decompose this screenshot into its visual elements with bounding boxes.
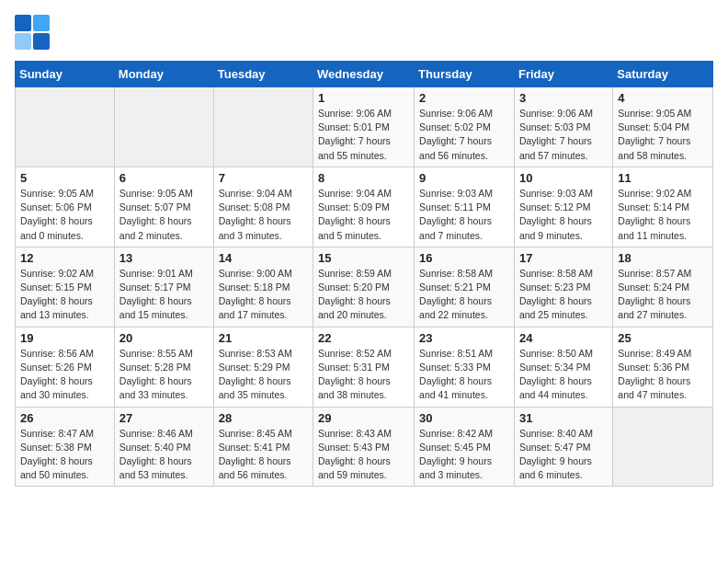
day-info: Sunrise: 9:05 AM Sunset: 5:07 PM Dayligh… — [119, 187, 209, 243]
day-info: Sunrise: 9:05 AM Sunset: 5:06 PM Dayligh… — [20, 187, 109, 243]
calendar-cell: 3Sunrise: 9:06 AM Sunset: 5:03 PM Daylig… — [514, 87, 612, 167]
calendar-cell: 20Sunrise: 8:55 AM Sunset: 5:28 PM Dayli… — [114, 327, 213, 407]
day-number: 26 — [20, 411, 109, 425]
day-number: 10 — [519, 171, 608, 185]
calendar-cell: 28Sunrise: 8:45 AM Sunset: 5:41 PM Dayli… — [213, 407, 313, 487]
day-number: 28 — [219, 411, 308, 425]
calendar-cell: 10Sunrise: 9:03 AM Sunset: 5:12 PM Dayli… — [514, 167, 612, 247]
calendar-cell: 2Sunrise: 9:06 AM Sunset: 5:02 PM Daylig… — [415, 87, 515, 167]
page-header — [15, 15, 713, 50]
day-info: Sunrise: 8:49 AM Sunset: 5:36 PM Dayligh… — [618, 347, 708, 403]
day-number: 7 — [219, 171, 308, 185]
day-number: 19 — [20, 331, 109, 345]
calendar-cell: 26Sunrise: 8:47 AM Sunset: 5:38 PM Dayli… — [16, 407, 115, 487]
day-info: Sunrise: 8:43 AM Sunset: 5:43 PM Dayligh… — [318, 427, 409, 483]
day-info: Sunrise: 9:06 AM Sunset: 5:01 PM Dayligh… — [318, 107, 409, 163]
calendar-cell: 29Sunrise: 8:43 AM Sunset: 5:43 PM Dayli… — [313, 407, 415, 487]
day-info: Sunrise: 9:06 AM Sunset: 5:03 PM Dayligh… — [519, 107, 608, 163]
calendar-cell: 27Sunrise: 8:46 AM Sunset: 5:40 PM Dayli… — [114, 407, 213, 487]
day-info: Sunrise: 8:47 AM Sunset: 5:38 PM Dayligh… — [20, 427, 109, 483]
day-number: 31 — [519, 411, 608, 425]
calendar-cell: 25Sunrise: 8:49 AM Sunset: 5:36 PM Dayli… — [613, 327, 713, 407]
weekday-monday: Monday — [114, 62, 213, 87]
calendar-cell: 13Sunrise: 9:01 AM Sunset: 5:17 PM Dayli… — [114, 247, 213, 327]
calendar-cell: 12Sunrise: 9:02 AM Sunset: 5:15 PM Dayli… — [16, 247, 115, 327]
logo-icon — [15, 15, 50, 50]
day-number: 22 — [318, 331, 409, 345]
day-number: 5 — [20, 171, 109, 185]
calendar-body: 1Sunrise: 9:06 AM Sunset: 5:01 PM Daylig… — [16, 87, 713, 487]
day-number: 14 — [219, 251, 308, 265]
day-info: Sunrise: 9:01 AM Sunset: 5:17 PM Dayligh… — [119, 267, 209, 323]
day-number: 6 — [119, 171, 209, 185]
day-info: Sunrise: 8:40 AM Sunset: 5:47 PM Dayligh… — [519, 427, 608, 483]
calendar-week-3: 12Sunrise: 9:02 AM Sunset: 5:15 PM Dayli… — [16, 247, 713, 327]
day-number: 2 — [419, 91, 509, 105]
calendar-cell: 8Sunrise: 9:04 AM Sunset: 5:09 PM Daylig… — [313, 167, 415, 247]
day-info: Sunrise: 9:05 AM Sunset: 5:04 PM Dayligh… — [618, 107, 708, 163]
weekday-saturday: Saturday — [613, 62, 713, 87]
day-info: Sunrise: 9:00 AM Sunset: 5:18 PM Dayligh… — [219, 267, 308, 323]
day-info: Sunrise: 8:51 AM Sunset: 5:33 PM Dayligh… — [419, 347, 509, 403]
weekday-friday: Friday — [514, 62, 612, 87]
day-info: Sunrise: 9:03 AM Sunset: 5:12 PM Dayligh… — [519, 187, 608, 243]
day-number: 27 — [119, 411, 209, 425]
calendar-week-5: 26Sunrise: 8:47 AM Sunset: 5:38 PM Dayli… — [16, 407, 713, 487]
calendar-cell: 17Sunrise: 8:58 AM Sunset: 5:23 PM Dayli… — [514, 247, 612, 327]
calendar-week-4: 19Sunrise: 8:56 AM Sunset: 5:26 PM Dayli… — [16, 327, 713, 407]
day-number: 18 — [618, 251, 708, 265]
day-number: 21 — [219, 331, 308, 345]
calendar-cell: 15Sunrise: 8:59 AM Sunset: 5:20 PM Dayli… — [313, 247, 415, 327]
weekday-thursday: Thursday — [415, 62, 515, 87]
day-number: 4 — [618, 91, 708, 105]
day-info: Sunrise: 9:04 AM Sunset: 5:09 PM Dayligh… — [318, 187, 409, 243]
day-number: 20 — [119, 331, 209, 345]
day-number: 15 — [318, 251, 409, 265]
calendar-cell: 24Sunrise: 8:50 AM Sunset: 5:34 PM Dayli… — [514, 327, 612, 407]
calendar-cell: 6Sunrise: 9:05 AM Sunset: 5:07 PM Daylig… — [114, 167, 213, 247]
weekday-wednesday: Wednesday — [313, 62, 415, 87]
calendar-cell — [213, 87, 313, 167]
day-number: 17 — [519, 251, 608, 265]
calendar-cell: 18Sunrise: 8:57 AM Sunset: 5:24 PM Dayli… — [613, 247, 713, 327]
day-number: 1 — [318, 91, 409, 105]
calendar-cell: 5Sunrise: 9:05 AM Sunset: 5:06 PM Daylig… — [16, 167, 115, 247]
weekday-sunday: Sunday — [16, 62, 115, 87]
day-info: Sunrise: 8:59 AM Sunset: 5:20 PM Dayligh… — [318, 267, 409, 323]
day-info: Sunrise: 9:02 AM Sunset: 5:14 PM Dayligh… — [618, 187, 708, 243]
day-info: Sunrise: 9:06 AM Sunset: 5:02 PM Dayligh… — [419, 107, 509, 163]
day-info: Sunrise: 9:03 AM Sunset: 5:11 PM Dayligh… — [419, 187, 509, 243]
logo — [15, 15, 53, 50]
day-number: 8 — [318, 171, 409, 185]
day-info: Sunrise: 8:42 AM Sunset: 5:45 PM Dayligh… — [419, 427, 509, 483]
day-number: 30 — [419, 411, 509, 425]
calendar-week-2: 5Sunrise: 9:05 AM Sunset: 5:06 PM Daylig… — [16, 167, 713, 247]
calendar-cell: 30Sunrise: 8:42 AM Sunset: 5:45 PM Dayli… — [415, 407, 515, 487]
calendar-cell: 23Sunrise: 8:51 AM Sunset: 5:33 PM Dayli… — [415, 327, 515, 407]
calendar-cell: 11Sunrise: 9:02 AM Sunset: 5:14 PM Dayli… — [613, 167, 713, 247]
weekday-header-row: SundayMondayTuesdayWednesdayThursdayFrid… — [16, 62, 713, 87]
day-info: Sunrise: 8:55 AM Sunset: 5:28 PM Dayligh… — [119, 347, 209, 403]
calendar-table: SundayMondayTuesdayWednesdayThursdayFrid… — [15, 61, 713, 487]
day-number: 11 — [618, 171, 708, 185]
calendar-cell: 22Sunrise: 8:52 AM Sunset: 5:31 PM Dayli… — [313, 327, 415, 407]
calendar-cell: 31Sunrise: 8:40 AM Sunset: 5:47 PM Dayli… — [514, 407, 612, 487]
calendar-cell: 14Sunrise: 9:00 AM Sunset: 5:18 PM Dayli… — [213, 247, 313, 327]
weekday-tuesday: Tuesday — [213, 62, 313, 87]
day-info: Sunrise: 8:50 AM Sunset: 5:34 PM Dayligh… — [519, 347, 608, 403]
calendar-cell: 9Sunrise: 9:03 AM Sunset: 5:11 PM Daylig… — [415, 167, 515, 247]
calendar-cell — [16, 87, 115, 167]
day-info: Sunrise: 8:58 AM Sunset: 5:23 PM Dayligh… — [519, 267, 608, 323]
calendar-cell: 7Sunrise: 9:04 AM Sunset: 5:08 PM Daylig… — [213, 167, 313, 247]
day-number: 25 — [618, 331, 708, 345]
svg-rect-0 — [15, 15, 31, 31]
day-number: 12 — [20, 251, 109, 265]
day-info: Sunrise: 8:46 AM Sunset: 5:40 PM Dayligh… — [119, 427, 209, 483]
day-info: Sunrise: 8:52 AM Sunset: 5:31 PM Dayligh… — [318, 347, 409, 403]
day-info: Sunrise: 9:04 AM Sunset: 5:08 PM Dayligh… — [219, 187, 308, 243]
day-number: 24 — [519, 331, 608, 345]
calendar-cell: 4Sunrise: 9:05 AM Sunset: 5:04 PM Daylig… — [613, 87, 713, 167]
day-number: 3 — [519, 91, 608, 105]
calendar-cell: 21Sunrise: 8:53 AM Sunset: 5:29 PM Dayli… — [213, 327, 313, 407]
calendar-cell: 1Sunrise: 9:06 AM Sunset: 5:01 PM Daylig… — [313, 87, 415, 167]
